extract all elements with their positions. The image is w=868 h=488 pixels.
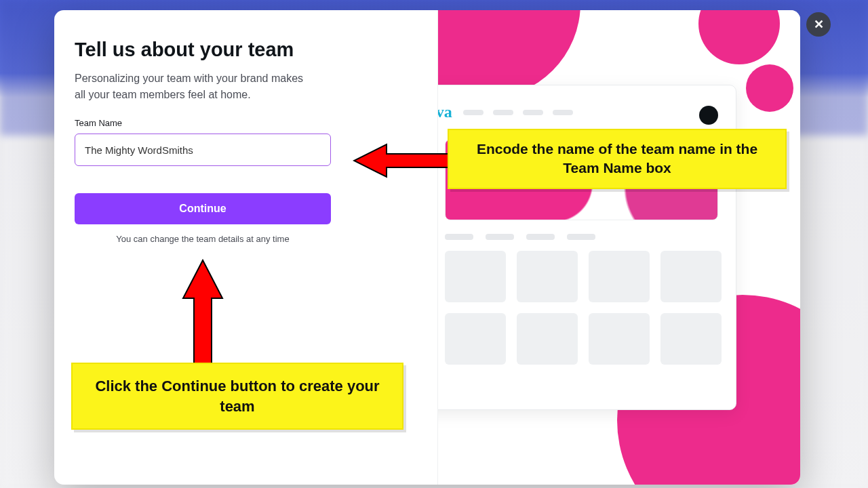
continue-button[interactable]: Continue [75,193,331,224]
decorative-blob [746,64,793,112]
modal-subtitle: Personalizing your team with your brand … [75,70,312,103]
close-icon: ✕ [814,17,824,32]
close-button[interactable]: ✕ [806,12,831,37]
arrow-to-input-icon [353,139,451,182]
arrow-to-continue-icon [179,258,226,366]
skeleton-nav [463,110,573,115]
avatar [699,106,718,125]
callout-input-tip: Encode the name of the team name in the … [448,129,787,189]
skeleton-grid [445,251,718,365]
callout-button-tip: Click the Continue button to create your… [71,363,403,430]
canva-logo: Canva [437,103,452,121]
modal-illustration-column: Canva [437,10,800,485]
skeleton-tags [445,234,718,240]
decorative-blob [698,10,780,64]
team-name-input[interactable] [75,134,331,166]
modal-title: Tell us about your team [75,39,417,61]
team-name-label: Team Name [75,118,417,128]
team-details-hint: You can change the team details at any t… [75,234,331,244]
